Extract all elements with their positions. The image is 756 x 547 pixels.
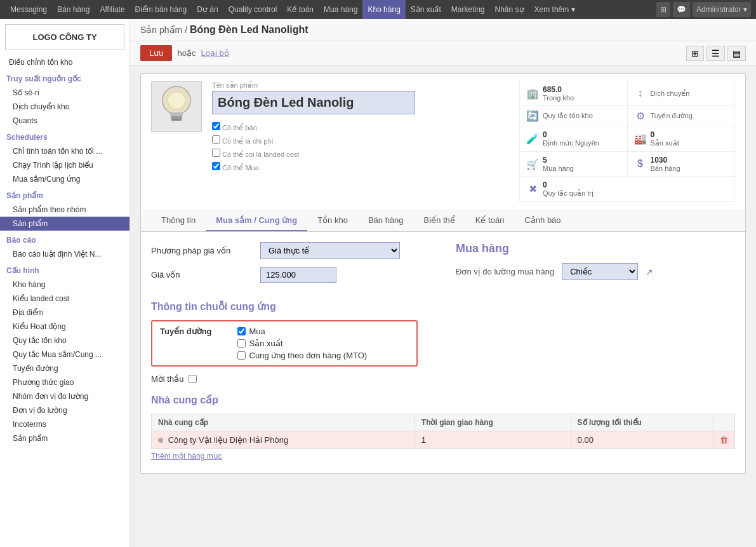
tab-bienthe[interactable]: Biến thể (414, 210, 465, 231)
table-row[interactable]: Công ty Vật liệu Điện Hải Phòng 1 0,00 🗑 (152, 431, 735, 449)
stats-panel: 🏢 685.0 Trong kho ↕ Dịch chuyển (519, 81, 735, 202)
nav-nhansu[interactable]: Nhân sự (490, 0, 529, 19)
checkbox-cothemua[interactable]: Có thể Mua (212, 162, 509, 172)
sidebar-item-nhomdonvi[interactable]: Nhóm đơn vị đo lường (0, 389, 129, 403)
supply-chain-title: Thông tin chuỗi cung ứng (151, 301, 735, 313)
svg-rect-4 (171, 119, 182, 121)
nav-xemthem[interactable]: Xem thêm ▾ (529, 0, 580, 19)
discard-button[interactable]: Loại bỏ (201, 48, 229, 58)
sidebar-item-sanphamtheonhom[interactable]: Sản phẩm theo nhóm (0, 203, 129, 217)
supplier-col-delivery: Thời gian giao hàng (414, 414, 571, 431)
tab-ketoan[interactable]: Kế toán (465, 210, 515, 231)
sidebar-item-sanpham2[interactable]: Sản phẩm (0, 431, 129, 445)
tab-tonkho[interactable]: Tồn kho (307, 210, 358, 231)
stat-dich-chuyen[interactable]: ↕ Dịch chuyển (628, 81, 736, 106)
product-form: Tên sản phẩm Có thể bán Có thể là chi ph… (140, 73, 746, 474)
gia-von-method-row: Phương pháp giá vốn Giá thực tế (151, 242, 430, 259)
stat-trong-kho[interactable]: 🏢 685.0 Trong kho (520, 81, 628, 106)
sidebar-item-dieuchinh[interactable]: Điều chỉnh tồn kho (0, 55, 129, 69)
product-name-input[interactable] (212, 91, 415, 114)
stat-quy-tac-ton-kho[interactable]: 🔄 Quy tắc tồn kho (520, 106, 628, 126)
sidebar-item-chitinhkho[interactable]: Chỉ tính toán tồn kho tối ... (0, 144, 129, 158)
gia-von-select[interactable]: Giá thực tế (260, 242, 400, 259)
route-option-mua[interactable]: Mua (237, 327, 368, 336)
checkbox-cothechiphi[interactable]: Có thể là chi phí (212, 135, 509, 145)
form-view-button[interactable]: ▤ (727, 46, 746, 61)
tab-thongtin[interactable]: Thông tin (151, 210, 206, 231)
stat-san-xuat[interactable]: 🏭 0 Sản xuất (628, 126, 736, 152)
product-image[interactable] (151, 81, 202, 132)
supplier-dot (158, 438, 163, 443)
nav-banhang[interactable]: Bán hàng (52, 0, 95, 19)
stat-mua-hang[interactable]: 🛒 5 Mua hàng (520, 152, 628, 177)
delete-supplier-icon[interactable]: 🗑 (720, 435, 728, 445)
nav-messaging[interactable]: Messaging (5, 0, 52, 19)
sidebar-item-kieuhoatdong[interactable]: Kiểu Hoạt động (0, 320, 129, 334)
tab-banhang[interactable]: Bán hàng (358, 210, 414, 231)
sidebar-item-quants[interactable]: Quants (0, 114, 129, 128)
checkbox-cothecoi[interactable]: Có thể coi là landed cost (212, 149, 509, 159)
company-logo: LOGO CÔNG TY (5, 24, 124, 50)
sidebar-item-soseri[interactable]: Số sê-ri (0, 86, 129, 100)
stat-quy-tac-quan-tri[interactable]: ✖ 0 Quy tắc quản trị (520, 177, 735, 202)
sidebar-item-tuyenduong[interactable]: Tuyến đường (0, 361, 129, 375)
sidebar-item-muasam[interactable]: Mua sắm/Cung ứng (0, 172, 129, 186)
nav-qualitycontrol[interactable]: Quality control (223, 0, 282, 19)
gia-von-amount-input[interactable] (260, 267, 336, 283)
supplier-delete-cell: 🗑 (713, 431, 735, 449)
supplier-minqty-cell: 0,00 (571, 431, 713, 449)
kanban-view-button[interactable]: ⊞ (686, 46, 704, 61)
breadcrumb-parent[interactable]: Sản phẩm (140, 25, 182, 35)
chat-icon[interactable]: 💬 (673, 2, 690, 17)
sidebar-item-quytacmuasam[interactable]: Quy tắc Mua sắm/Cung ... (0, 348, 129, 361)
bulb-svg (157, 84, 196, 129)
stat-tuyen-duong[interactable]: ⚙ Tuyến đường (628, 106, 736, 126)
route-option-sanxuat[interactable]: Sản xuất (237, 339, 368, 348)
sidebar-section-truyxuat: Truy suất nguồn gốc (0, 69, 129, 86)
nav-ketoan[interactable]: Kế toán (282, 0, 319, 19)
add-supplier-link[interactable]: Thêm một hàng mục (151, 449, 222, 463)
nav-khohang[interactable]: Kho hàng (362, 0, 405, 19)
dollar-icon: $ (634, 158, 647, 170)
refresh-icon: 🔄 (526, 110, 539, 122)
breadcrumb-current: Bóng Đèn Led Nanolight (190, 24, 308, 35)
sidebar-item-incoterms[interactable]: Incoterms (0, 417, 129, 431)
external-link-icon[interactable]: ↗ (646, 267, 653, 277)
grid-view-icon[interactable]: ⊞ (656, 2, 670, 17)
transfer-icon: ↕ (634, 88, 647, 99)
nav-sanxuat[interactable]: Sản xuất (406, 0, 446, 19)
sidebar-item-chaytrinh[interactable]: Chạy Trình lập lịch biểu (0, 158, 129, 172)
sidebar-item-donvidoluong[interactable]: Đơn vị đo lường (0, 403, 129, 417)
sidebar-item-khohang[interactable]: Kho hàng (0, 278, 129, 292)
or-text: hoặc (177, 48, 196, 58)
nav-marketing[interactable]: Marketing (446, 0, 490, 19)
nav-diembanhang[interactable]: Điểm bán hàng (130, 0, 192, 19)
supplier-name-cell: Công ty Vật liệu Điện Hải Phòng (152, 431, 415, 449)
nav-affiliate[interactable]: Affiliate (95, 0, 129, 19)
sidebar-item-sanpham[interactable]: Sản phẩm (0, 217, 129, 231)
sidebar-item-quytactonkho[interactable]: Quy tắc tồn kho (0, 334, 129, 348)
cart-icon: 🛒 (526, 158, 539, 170)
tab-canhbao[interactable]: Cảnh báo (514, 210, 571, 231)
sidebar-item-baocaoluatdinh[interactable]: Báo cáo luật định Việt N... (0, 247, 129, 261)
mua-hang-title: Mua hàng (456, 242, 735, 255)
checkbox-cothebán[interactable]: Có thể bán (212, 122, 509, 132)
admin-menu[interactable]: Administrator ▾ (693, 2, 751, 17)
sidebar-item-phuongthucgiao[interactable]: Phương thức giao (0, 375, 129, 389)
nav-muahang[interactable]: Mua hàng (319, 0, 362, 19)
supplier-title: Nhà cung cấp (151, 394, 735, 406)
tab-muasam[interactable]: Mua sắm / Cung ứng (206, 210, 307, 231)
route-option-mto[interactable]: Cung ứng theo đơn hàng (MTO) (237, 351, 368, 360)
sidebar-item-diadiem[interactable]: Địa điểm (0, 306, 129, 320)
sidebar-item-kieulandedcost[interactable]: Kiểu landed cost (0, 292, 129, 306)
sidebar-item-dichcuyen[interactable]: Dịch chuyển kho (0, 100, 129, 114)
save-button[interactable]: Lưu (140, 45, 172, 61)
list-view-button[interactable]: ☰ (706, 46, 725, 61)
donvi-select[interactable]: Chiếc (562, 263, 638, 280)
svg-point-1 (168, 91, 185, 109)
stat-dinh-muc[interactable]: 🧪 0 Định mức Nguyên (520, 126, 628, 152)
moi-thau-checkbox[interactable] (189, 375, 197, 383)
nav-duan[interactable]: Dự án (192, 0, 223, 19)
route-box: Tuyến đường Mua Sản xuất (151, 320, 418, 367)
stat-ban-hang[interactable]: $ 1030 Bán hàng (628, 152, 736, 177)
